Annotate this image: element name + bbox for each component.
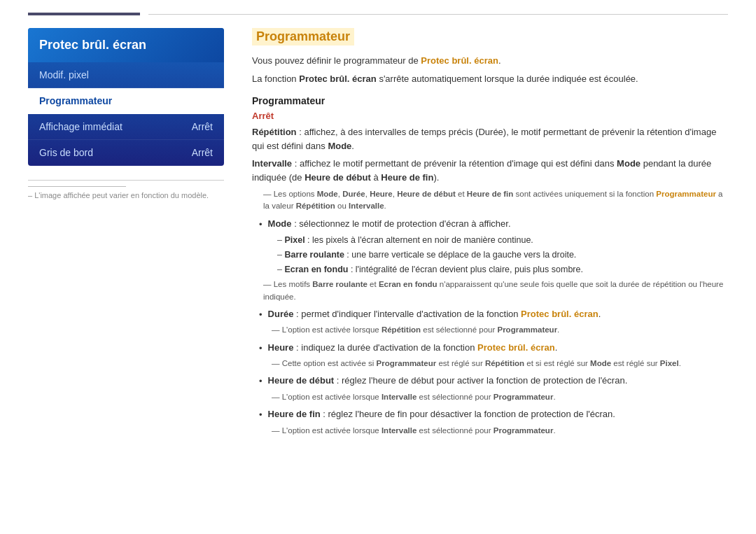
top-bar	[0, 0, 756, 15]
sidebar-title: Protec brûl. écran	[28, 28, 224, 62]
note-options: Les options Mode, Durée, Heure, Heure de…	[263, 188, 728, 213]
mode-sub-barre-roulante: Barre roulante : une barre verticale se …	[277, 248, 728, 262]
sidebar-note: – L'image affichée peut varier en foncti…	[28, 180, 224, 199]
sidebar-box: Protec brûl. écran Modif. pixel Programm…	[28, 28, 224, 166]
duree-note: L'option est activée lorsque Répétition …	[272, 324, 728, 336]
sidebar-item-modif-pixel[interactable]: Modif. pixel	[28, 62, 224, 88]
heure-bullet: • Heure : indiquez la durée d'activation…	[259, 341, 728, 356]
section-heading-programmateur: Programmateur	[252, 95, 728, 106]
sidebar-note-divider	[28, 186, 126, 187]
mode-bullet: • Mode : sélectionnez le motif de protec…	[259, 217, 728, 232]
status-arret: Arrêt	[252, 111, 728, 121]
note-motifs: Les motifs Barre roulante et Ecran en fo…	[263, 279, 728, 303]
heure-fin-bullet: • Heure de fin : réglez l'heure de fin p…	[259, 407, 728, 422]
content-area: Programmateur Vous pouvez définir le pro…	[252, 28, 728, 439]
intro-line-1: Vous pouvez définir le programmateur de …	[252, 54, 728, 68]
sidebar-item-affichage-immediat[interactable]: Affichage immédiat Arrêt	[28, 114, 224, 140]
intervalle-line: Intervalle : affichez le motif permettan…	[252, 157, 728, 184]
mode-sub-ecran-en-fondu: Ecran en fondu : l'intégralité de l'écra…	[277, 263, 728, 276]
top-bar-line-left	[28, 13, 140, 15]
content-title: Programmateur	[252, 28, 354, 45]
heure-fin-note: L'option est activée lorsque Intervalle …	[272, 425, 728, 437]
heure-note: Cette option est activée si Programmateu…	[272, 358, 728, 370]
heure-debut-note: L'option est activée lorsque Intervalle …	[272, 391, 728, 403]
sidebar-item-gris-de-bord[interactable]: Gris de bord Arrêt	[28, 140, 224, 166]
mode-sub-pixel: Pixel : les pixels à l'écran alternent e…	[277, 234, 728, 247]
sidebar: Protec brûl. écran Modif. pixel Programm…	[28, 28, 224, 439]
intro-line-2: La fonction Protec brûl. écran s'arrête …	[252, 72, 728, 86]
sidebar-item-programmateur[interactable]: Programmateur	[28, 88, 224, 114]
duree-bullet: • Durée : permet d'indiquer l'intervalle…	[259, 307, 728, 322]
top-bar-line-right	[148, 14, 728, 15]
heure-debut-bullet: • Heure de début : réglez l'heure de déb…	[259, 374, 728, 388]
main-layout: Protec brûl. écran Modif. pixel Programm…	[0, 28, 756, 439]
repetition-line: Répétition : affichez, à des intervalles…	[252, 125, 728, 153]
